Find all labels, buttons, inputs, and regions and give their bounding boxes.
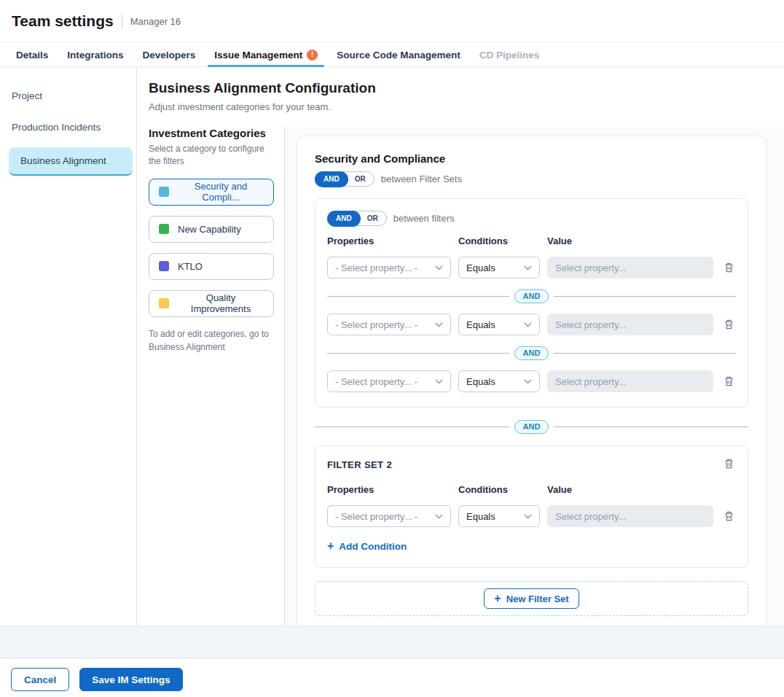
properties-header: Properties: [327, 484, 451, 495]
category-color-swatch: [159, 261, 169, 271]
toggle-or-option[interactable]: OR: [361, 211, 386, 227]
filter-row: - Select property... - Equals: [327, 505, 736, 527]
page-title: Team settings: [12, 12, 114, 30]
value-input[interactable]: [547, 314, 713, 335]
between-sets-toggle-row: AND OR between Filter Sets: [315, 171, 748, 187]
filter-set-2: FILTER SET 2 Properties Conditions Value: [315, 445, 748, 568]
page-header: Team settings Manager 16: [0, 0, 784, 42]
property-select-value: - Select property... -: [335, 262, 418, 273]
and-or-toggle-filters[interactable]: AND OR: [327, 211, 387, 226]
property-select[interactable]: - Select property... -: [327, 505, 451, 527]
tab-details-label: Details: [16, 50, 48, 61]
new-filter-set-label: New Filter Set: [506, 593, 569, 604]
chevron-down-icon: [435, 322, 443, 327]
category-label: Security and Compli...: [178, 181, 264, 203]
categories-title: Investment Categories: [149, 127, 274, 139]
settings-tab-bar: Details Integrations Developers Issue Ma…: [0, 42, 784, 67]
filter-set-2-title: FILTER SET 2: [327, 456, 392, 470]
chevron-down-icon: [524, 322, 532, 327]
tab-cd-pipelines: CD Pipelines: [470, 43, 549, 66]
category-label: Quality Improvements: [178, 292, 264, 314]
chevron-down-icon: [524, 379, 532, 384]
add-condition-button[interactable]: + Add Condition: [327, 540, 407, 552]
property-select[interactable]: - Select property... -: [327, 314, 451, 335]
property-select-value: - Select property... -: [335, 511, 418, 522]
panel-title: Security and Compliance: [315, 152, 748, 165]
sidebar-item-business-alignment[interactable]: Business Alignment: [9, 147, 133, 176]
tab-developers[interactable]: Developers: [133, 43, 205, 66]
settings-sidebar: Project Production Incidents Business Al…: [0, 67, 137, 626]
tab-integrations-label: Integrations: [67, 50, 123, 61]
value-input[interactable]: [547, 257, 713, 279]
new-filter-set-zone: + New Filter Set: [315, 581, 748, 616]
trash-icon: [724, 262, 734, 273]
condition-select-value: Equals: [466, 376, 495, 387]
tab-issue-management[interactable]: Issue Management !: [205, 43, 327, 66]
and-connector: AND: [327, 346, 736, 360]
property-select[interactable]: - Select property... -: [327, 370, 451, 392]
delete-filter-button[interactable]: [722, 374, 736, 389]
between-filters-toggle-row: AND OR between filters: [327, 211, 736, 226]
warning-icon: !: [307, 50, 318, 61]
filter-panel-card: Security and Compliance AND OR between F…: [297, 136, 767, 626]
tab-issue-management-label: Issue Management: [214, 50, 302, 61]
between-sets-caption: between Filter Sets: [381, 174, 462, 184]
conditions-header: Conditions: [458, 484, 540, 495]
condition-select-value: Equals: [466, 511, 495, 522]
sidebar-item-project-label: Project: [12, 90, 42, 101]
category-quality-improvements[interactable]: Quality Improvements: [149, 290, 274, 317]
category-ktlo[interactable]: KTLO: [149, 253, 274, 280]
condition-select[interactable]: Equals: [458, 257, 540, 279]
tab-source-code-management-label: Source Code Management: [337, 50, 460, 61]
tab-source-code-management[interactable]: Source Code Management: [327, 43, 470, 66]
tab-integrations[interactable]: Integrations: [58, 43, 133, 66]
tab-details[interactable]: Details: [7, 43, 58, 66]
and-or-toggle-sets[interactable]: AND OR: [315, 171, 375, 187]
chevron-down-icon: [435, 379, 443, 384]
value-input[interactable]: [547, 505, 713, 527]
category-color-swatch: [159, 187, 169, 197]
condition-select[interactable]: Equals: [458, 505, 540, 527]
chevron-down-icon: [524, 514, 532, 519]
value-input[interactable]: [547, 370, 713, 392]
toggle-or-option[interactable]: OR: [348, 171, 374, 187]
footer-actions: Cancel Save IM Settings: [0, 658, 784, 697]
property-select[interactable]: - Select property... -: [327, 257, 451, 279]
condition-select[interactable]: Equals: [458, 370, 540, 392]
trash-icon: [724, 458, 734, 470]
delete-filter-button[interactable]: [722, 509, 736, 523]
chevron-down-icon: [435, 265, 443, 270]
plus-icon: +: [494, 593, 501, 604]
delete-filter-button[interactable]: [722, 317, 736, 332]
category-color-swatch: [159, 224, 169, 234]
trash-icon: [724, 319, 734, 330]
toggle-and-option[interactable]: AND: [327, 211, 361, 227]
and-connector-between-sets: AND: [315, 420, 748, 434]
delete-filter-set-button[interactable]: [722, 456, 736, 471]
filter-panel-column: Security and Compliance AND OR between F…: [285, 127, 784, 626]
between-filters-caption: between filters: [393, 213, 455, 224]
sidebar-item-production-incidents-label: Production Incidents: [12, 122, 101, 133]
delete-filter-button[interactable]: [722, 260, 736, 275]
cancel-button[interactable]: Cancel: [11, 668, 69, 691]
category-label: KTLO: [178, 261, 203, 272]
new-filter-set-button[interactable]: + New Filter Set: [484, 588, 579, 609]
trash-icon: [724, 375, 734, 387]
content-area: Project Production Incidents Business Al…: [0, 67, 784, 626]
column-headers: Properties Conditions Value: [327, 235, 736, 246]
trash-icon: [724, 510, 734, 522]
sidebar-item-project[interactable]: Project: [0, 80, 136, 112]
section-title: Business Alignment Configuration: [149, 80, 784, 96]
bottom-spacer: [0, 626, 784, 658]
investment-categories-column: Investment Categories Select a category …: [149, 127, 285, 626]
save-im-settings-button[interactable]: Save IM Settings: [79, 668, 182, 691]
tab-developers-label: Developers: [143, 50, 196, 61]
sidebar-item-business-alignment-label: Business Alignment: [20, 155, 106, 166]
category-new-capability[interactable]: New Capability: [149, 216, 274, 243]
toggle-and-option[interactable]: AND: [315, 171, 348, 187]
category-security-and-compliance[interactable]: Security and Compli...: [149, 179, 274, 206]
condition-select[interactable]: Equals: [458, 314, 540, 335]
add-condition-label: Add Condition: [339, 541, 407, 552]
sidebar-item-production-incidents[interactable]: Production Incidents: [0, 112, 136, 143]
filter-row: - Select property... - Equals: [327, 257, 736, 279]
